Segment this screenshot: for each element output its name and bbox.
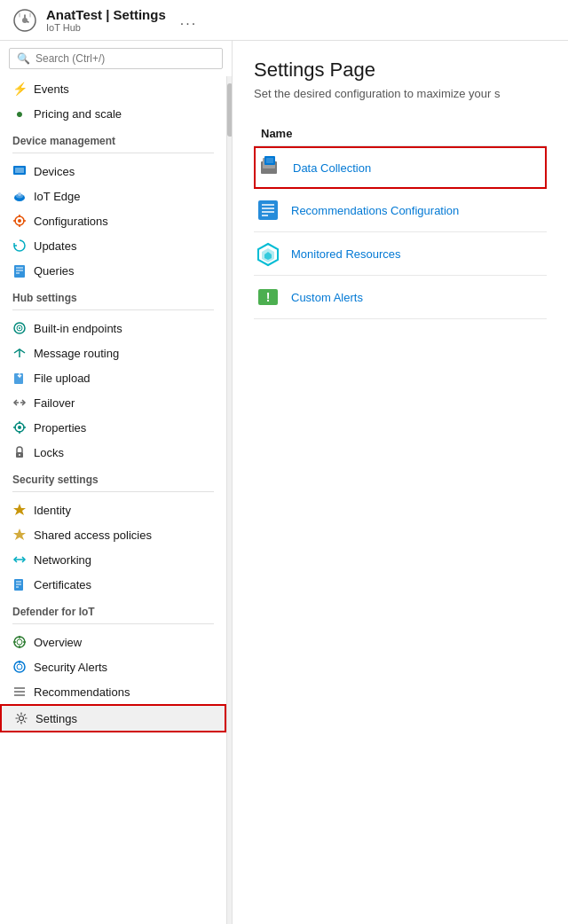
sidebar-item-queries[interactable]: Queries: [0, 258, 226, 283]
sidebar-item-recommendations-label: Recommendations: [34, 685, 130, 699]
recommendations-config-icon: [254, 196, 282, 224]
header-title-block: AnatTest | Settings IoT Hub: [46, 7, 166, 33]
sidebar-item-queries-label: Queries: [34, 264, 75, 278]
sidebar-item-locks[interactable]: Locks: [0, 440, 226, 465]
svg-point-8: [18, 219, 21, 223]
custom-alerts-link[interactable]: Custom Alerts: [291, 291, 363, 304]
table-row-custom-alerts[interactable]: ! Custom Alerts: [254, 276, 547, 319]
sidebar-item-updates[interactable]: Updates: [0, 233, 226, 258]
divider-security-settings: [12, 491, 214, 492]
search-input[interactable]: [36, 52, 215, 65]
sidebar-item-shared-access-label: Shared access policies: [34, 529, 152, 542]
configurations-icon: [12, 214, 27, 228]
sidebar-item-failover-label: Failover: [34, 396, 75, 410]
sidebar-item-recommendations[interactable]: Recommendations: [0, 679, 226, 704]
page-title-header: AnatTest | Settings: [46, 7, 166, 22]
svg-point-1: [22, 18, 28, 23]
sidebar-item-pricing[interactable]: ● Pricing and scale: [0, 101, 226, 126]
svg-rect-55: [258, 200, 278, 220]
sidebar-item-message-routing[interactable]: Message routing: [0, 341, 226, 365]
sidebar-scroll-wrapper: ⚡ Events ● Pricing and scale Device mana…: [0, 76, 232, 924]
sidebar-item-certificates-label: Certificates: [34, 578, 91, 591]
svg-text:!: !: [266, 290, 271, 304]
custom-alerts-icon: !: [254, 283, 282, 311]
sidebar-item-updates-label: Updates: [34, 239, 76, 253]
sidebar-item-file-upload-label: File upload: [34, 372, 91, 385]
section-security-settings: Security settings: [0, 465, 226, 489]
svg-point-19: [19, 327, 20, 329]
table-header: Name: [254, 121, 547, 146]
sidebar-item-certificates[interactable]: Certificates: [0, 572, 226, 597]
svg-point-32: [19, 454, 20, 456]
security-alerts-icon: [12, 660, 27, 674]
devices-icon: [12, 164, 27, 178]
search-icon: 🔍: [17, 52, 30, 65]
sidebar-item-configurations[interactable]: Configurations: [0, 208, 226, 233]
header-subtitle: IoT Hub: [46, 22, 166, 33]
svg-rect-21: [14, 373, 23, 384]
sidebar-item-events[interactable]: ⚡ Events: [0, 76, 226, 101]
main-layout: 🔍 ⚡ Events ● Pricing and scale Device ma…: [0, 41, 568, 924]
sidebar-item-built-in-endpoints-label: Built-in endpoints: [34, 322, 122, 335]
file-upload-icon: [12, 371, 27, 385]
built-in-endpoints-icon: [12, 321, 27, 335]
app-header: AnatTest | Settings IoT Hub ...: [0, 0, 568, 41]
identity-icon: [12, 503, 27, 517]
sidebar-item-pricing-label: Pricing and scale: [34, 107, 122, 121]
networking-icon: [12, 552, 27, 567]
sidebar-item-iot-edge[interactable]: IoT Edge: [0, 184, 226, 208]
sidebar: 🔍 ⚡ Events ● Pricing and scale Device ma…: [0, 41, 233, 924]
sidebar-item-properties-label: Properties: [34, 421, 86, 435]
recommendations-icon: [12, 685, 27, 699]
section-device-management: Device management: [0, 126, 226, 151]
queries-icon: [12, 263, 27, 278]
sidebar-item-settings[interactable]: Settings: [0, 704, 226, 732]
divider-hub-settings: [12, 309, 214, 310]
table-row-data-collection[interactable]: Data Collection: [254, 146, 547, 189]
data-collection-icon: [256, 153, 284, 182]
sidebar-item-overview[interactable]: Overview: [0, 630, 226, 654]
sidebar-item-failover[interactable]: Failover: [0, 390, 226, 415]
monitored-resources-link[interactable]: Monitored Resources: [291, 247, 401, 261]
sidebar-item-security-alerts-label: Security Alerts: [34, 661, 107, 674]
sidebar-item-built-in-endpoints[interactable]: Built-in endpoints: [0, 316, 226, 341]
sidebar-content: ⚡ Events ● Pricing and scale Device mana…: [0, 76, 226, 924]
scrollbar-track: [226, 76, 232, 924]
sidebar-item-identity[interactable]: Identity: [0, 497, 226, 522]
data-collection-link[interactable]: Data Collection: [293, 161, 371, 175]
search-bar[interactable]: 🔍: [9, 48, 223, 69]
section-hub-settings: Hub settings: [0, 283, 226, 308]
svg-point-39: [17, 639, 22, 645]
section-defender: Defender for IoT: [0, 597, 226, 622]
table-row-recommendations-config[interactable]: Recommendations Configuration: [254, 189, 547, 232]
divider-defender: [12, 623, 214, 624]
sidebar-item-properties[interactable]: Properties: [0, 415, 226, 440]
sidebar-item-shared-access-policies[interactable]: Shared access policies: [0, 522, 226, 547]
sidebar-item-security-alerts[interactable]: Security Alerts: [0, 654, 226, 679]
sidebar-item-networking-label: Networking: [34, 553, 91, 567]
events-icon: ⚡: [12, 82, 27, 96]
svg-point-45: [17, 664, 22, 670]
sidebar-item-devices[interactable]: Devices: [0, 159, 226, 184]
scrollbar-thumb[interactable]: [227, 83, 232, 137]
sidebar-item-configurations-label: Configurations: [34, 215, 108, 228]
settings-icon: [14, 711, 28, 725]
sidebar-item-message-routing-label: Message routing: [34, 347, 119, 360]
more-options-button[interactable]: ...: [180, 12, 197, 28]
table-row-monitored-resources[interactable]: Monitored Resources: [254, 232, 547, 276]
svg-rect-3: [15, 168, 24, 173]
certificates-icon: [12, 577, 27, 591]
sidebar-item-networking[interactable]: Networking: [0, 547, 226, 572]
iot-edge-icon: [12, 189, 27, 203]
svg-rect-54: [266, 158, 273, 163]
svg-point-50: [20, 716, 24, 721]
sidebar-item-iot-edge-label: IoT Edge: [34, 190, 81, 203]
recommendations-config-link[interactable]: Recommendations Configuration: [291, 204, 459, 217]
sidebar-item-file-upload[interactable]: File upload: [0, 365, 226, 390]
divider-device-management: [12, 153, 214, 153]
app-icon: [12, 8, 37, 33]
page-title: Settings Page: [254, 59, 547, 82]
sidebar-item-devices-label: Devices: [34, 165, 75, 178]
pricing-icon: ●: [12, 106, 27, 121]
svg-rect-13: [14, 265, 25, 278]
